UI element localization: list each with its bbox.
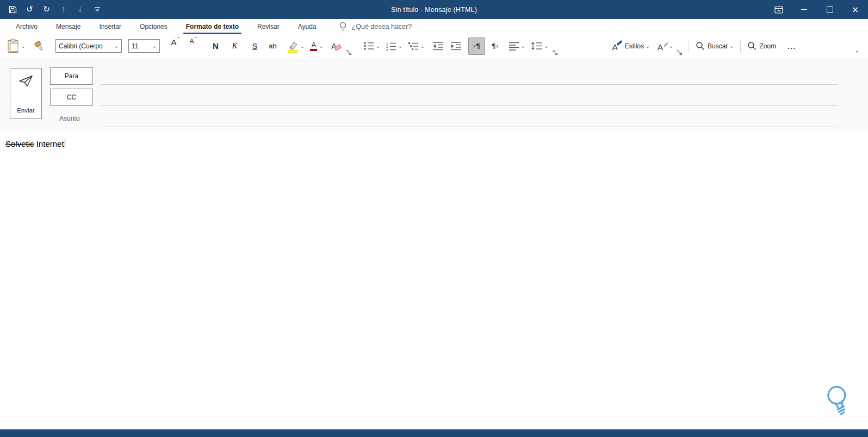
send-label: Enviar bbox=[17, 107, 35, 114]
message-editor[interactable]: Solvetic Internet bbox=[0, 129, 868, 429]
chevron-down-icon: ⌄ bbox=[544, 43, 549, 49]
dialog-launcher-icon bbox=[553, 50, 558, 55]
paragraph-dialog-launcher[interactable] bbox=[552, 49, 559, 56]
chevron-down-icon: ⌄ bbox=[319, 43, 323, 49]
redo-button[interactable]: ↻ bbox=[39, 2, 54, 17]
search-icon bbox=[696, 41, 705, 51]
minimize-button[interactable] bbox=[791, 0, 817, 19]
cc-button[interactable]: CC bbox=[50, 89, 93, 106]
collapse-ribbon-button[interactable]: ⌄ bbox=[850, 48, 863, 57]
bullets-button[interactable]: ⌄ bbox=[362, 38, 381, 54]
to-button[interactable]: Para bbox=[50, 67, 93, 85]
increase-indent-button[interactable] bbox=[448, 38, 464, 54]
window-controls: × bbox=[766, 0, 868, 19]
ltr-paragraph-icon: ›¶ bbox=[473, 42, 480, 50]
maximize-button[interactable] bbox=[817, 0, 842, 19]
styles-label: Estilos bbox=[625, 42, 644, 50]
tab-mensaje[interactable]: Mensaje bbox=[47, 19, 90, 34]
styles-button[interactable]: A Estilos ⌄ bbox=[610, 38, 651, 54]
customize-quick-access-icon bbox=[94, 7, 101, 13]
close-button[interactable]: × bbox=[842, 0, 868, 19]
save-button[interactable] bbox=[5, 2, 20, 17]
ribbon-separator bbox=[740, 40, 741, 53]
quick-access-toolbar: ↺ ↻ ↑ ↓ bbox=[0, 2, 104, 17]
paste-button[interactable]: ⌄ bbox=[5, 38, 27, 54]
highlight-color-button[interactable]: ⌄ bbox=[286, 38, 306, 54]
rtl-direction-button[interactable]: ¶‹ bbox=[487, 38, 503, 54]
line-spacing-button[interactable]: ⌄ bbox=[530, 38, 550, 54]
grow-font-button[interactable]: A ˆ bbox=[168, 38, 183, 54]
font-color-icon: A bbox=[310, 41, 317, 51]
dialog-launcher-icon bbox=[346, 50, 352, 55]
chevron-down-icon: ⌄ bbox=[398, 43, 402, 49]
strikethrough-icon: ab bbox=[269, 42, 276, 49]
chevron-down-icon: ⌄ bbox=[376, 43, 380, 49]
bold-button[interactable]: N bbox=[208, 38, 224, 54]
compose-header: Enviar Para CC Asunto bbox=[0, 58, 868, 129]
send-icon bbox=[18, 74, 34, 88]
window-title: Sin título - Mensaje (HTML) bbox=[391, 0, 477, 19]
ribbon-display-options-button[interactable] bbox=[766, 0, 791, 19]
tellme-label: ¿Qué desea hacer? bbox=[352, 23, 412, 30]
tab-formato-de-texto[interactable]: Formato de texto bbox=[177, 19, 248, 34]
font-name-combo[interactable]: Calibri (Cuerpo ⌄ bbox=[55, 39, 122, 53]
multilevel-list-icon bbox=[408, 41, 419, 51]
change-styles-button[interactable]: A ⌄ bbox=[655, 38, 674, 54]
to-field[interactable] bbox=[101, 71, 838, 85]
search-label: Buscar bbox=[708, 42, 728, 50]
clear-formatting-icon: A bbox=[331, 41, 340, 51]
cc-field[interactable] bbox=[101, 92, 838, 106]
subject-field[interactable] bbox=[101, 114, 838, 127]
strikethrough-button[interactable]: ab bbox=[265, 38, 281, 54]
tab-opciones[interactable]: Opciones bbox=[131, 19, 177, 34]
chevron-down-icon: ⌄ bbox=[114, 43, 119, 49]
shrink-font-button[interactable]: A ˇ bbox=[185, 38, 201, 54]
decrease-indent-button[interactable] bbox=[430, 38, 446, 54]
tab-archivo[interactable]: Archivo bbox=[7, 19, 47, 34]
ribbon: ⌄ Calibri (Cuerpo ⌄ 11 ⌄ A ˆ A ˇ N bbox=[0, 34, 868, 58]
move-up-button: ↑ bbox=[56, 2, 71, 17]
redo-icon: ↻ bbox=[43, 5, 50, 14]
bullet-list-icon bbox=[363, 41, 374, 51]
tab-insertar[interactable]: Insertar bbox=[90, 19, 131, 34]
send-button[interactable]: Enviar bbox=[10, 68, 42, 119]
styles-dialog-launcher[interactable] bbox=[677, 49, 683, 56]
chevron-down-icon: ⌄ bbox=[669, 43, 673, 49]
chevron-down-icon: ⌄ bbox=[646, 43, 650, 49]
font-dialog-launcher[interactable] bbox=[346, 49, 352, 56]
undo-button[interactable]: ↺ bbox=[22, 2, 37, 17]
font-size-combo[interactable]: 11 ⌄ bbox=[128, 39, 160, 53]
lightbulb-icon bbox=[339, 22, 347, 32]
tellme-button[interactable]: ¿Qué desea hacer? bbox=[339, 19, 412, 34]
line-spacing-icon bbox=[531, 41, 543, 51]
customize-quick-access-button[interactable] bbox=[90, 2, 104, 17]
close-icon: × bbox=[852, 5, 859, 14]
alignment-button[interactable]: ⌄ bbox=[507, 38, 526, 54]
font-name-value: Calibri (Cuerpo bbox=[59, 42, 103, 50]
bold-icon: N bbox=[213, 42, 219, 50]
format-painter-button[interactable] bbox=[32, 38, 48, 54]
search-button[interactable]: Buscar ⌄ bbox=[695, 38, 735, 54]
numbering-button[interactable]: 1 2 3 ⌄ bbox=[385, 38, 404, 54]
more-icon: … bbox=[787, 42, 796, 51]
zoom-label: Zoom bbox=[759, 42, 776, 50]
zoom-button[interactable]: Zoom bbox=[746, 38, 777, 54]
italic-button[interactable]: K bbox=[227, 38, 243, 54]
font-size-value: 11 bbox=[132, 42, 138, 50]
chevron-up-icon: ⌄ bbox=[854, 50, 859, 56]
tab-revisar[interactable]: Revisar bbox=[248, 19, 289, 34]
clear-formatting-button[interactable]: A bbox=[328, 38, 344, 54]
chevron-down-icon: ⌄ bbox=[420, 43, 425, 49]
font-color-button[interactable]: A ⌄ bbox=[309, 38, 325, 54]
move-down-button: ↓ bbox=[73, 2, 88, 17]
ltr-direction-button[interactable]: ›¶ bbox=[468, 38, 485, 55]
lightbulb-watermark-icon bbox=[817, 379, 859, 425]
chevron-down-icon: ⌄ bbox=[521, 43, 525, 49]
multilevel-list-button[interactable]: ⌄ bbox=[407, 38, 426, 54]
tab-ayuda[interactable]: Ayuda bbox=[289, 19, 326, 34]
ribbon-display-options-icon bbox=[774, 6, 783, 14]
zoom-icon bbox=[747, 41, 757, 51]
more-commands-button[interactable]: … bbox=[784, 38, 799, 54]
maximize-icon bbox=[827, 7, 833, 13]
underline-button[interactable]: S bbox=[247, 38, 263, 54]
